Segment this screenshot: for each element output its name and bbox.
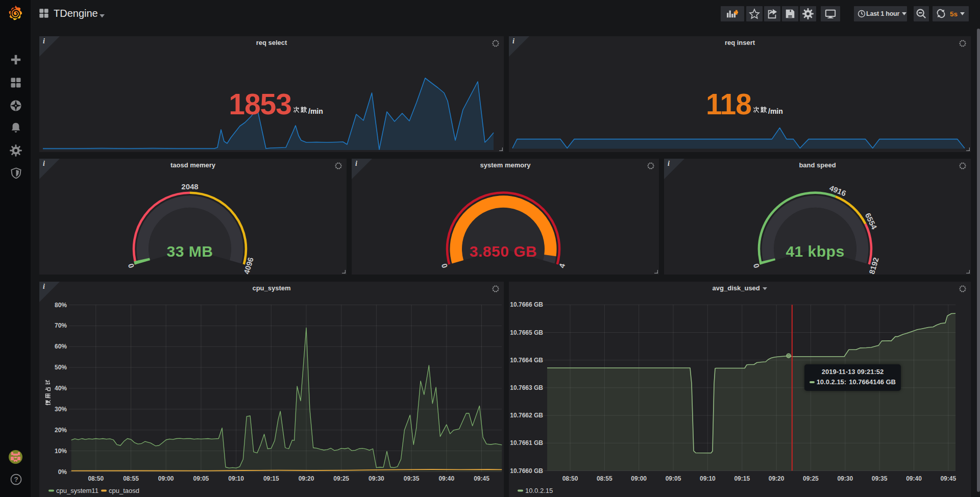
svg-text:20%: 20%: [55, 427, 67, 434]
svg-text:10.7663 GB: 10.7663 GB: [510, 384, 543, 391]
svg-text:10.7661 GB: 10.7661 GB: [510, 439, 543, 446]
svg-text:09:35: 09:35: [404, 475, 420, 482]
svg-text:09:15: 09:15: [734, 475, 750, 482]
svg-text:09:40: 09:40: [906, 475, 922, 482]
svg-text:08:50: 08:50: [88, 475, 104, 482]
svg-text:10%: 10%: [55, 448, 67, 455]
svg-text:?: ?: [14, 476, 18, 483]
svg-text:60%: 60%: [55, 343, 67, 350]
svg-text:09:15: 09:15: [263, 475, 279, 482]
svg-text:09:45: 09:45: [474, 475, 489, 482]
svg-text:09:05: 09:05: [193, 475, 209, 482]
svg-text:09:25: 09:25: [803, 475, 819, 482]
svg-text:09:35: 09:35: [872, 475, 888, 482]
svg-text:10.7662 GB: 10.7662 GB: [510, 412, 543, 419]
svg-text:40%: 40%: [55, 385, 67, 392]
svg-text:70%: 70%: [55, 322, 67, 329]
svg-text:80%: 80%: [55, 302, 67, 309]
svg-text:0: 0: [440, 262, 450, 269]
svg-text:08:55: 08:55: [597, 475, 612, 482]
svg-text:09:00: 09:00: [631, 475, 647, 482]
svg-text:50%: 50%: [55, 364, 67, 371]
svg-text:09:45: 09:45: [940, 475, 956, 482]
svg-text:09:10: 09:10: [228, 475, 244, 482]
svg-text:cpu_taosd: cpu_taosd: [109, 487, 139, 494]
svg-text:2048: 2048: [181, 182, 198, 191]
svg-text:08:55: 08:55: [123, 475, 139, 482]
svg-text:0: 0: [127, 262, 136, 269]
svg-text:6554: 6554: [864, 212, 879, 231]
svg-text:30%: 30%: [55, 406, 67, 413]
svg-text:10.7660 GB: 10.7660 GB: [510, 467, 543, 475]
svg-text:09:05: 09:05: [666, 475, 681, 482]
svg-text:09:30: 09:30: [837, 475, 853, 482]
svg-text:0: 0: [752, 262, 762, 269]
svg-text:09:00: 09:00: [158, 475, 174, 482]
svg-text:09:20: 09:20: [769, 475, 785, 482]
svg-text:10.0.2.15: 10.0.2.15: [525, 487, 553, 494]
svg-text:09:20: 09:20: [299, 475, 314, 482]
svg-text:10.7665 GB: 10.7665 GB: [510, 329, 543, 336]
svg-text:4: 4: [557, 262, 567, 269]
svg-text:09:10: 09:10: [700, 475, 716, 482]
svg-text:10.7666 GB: 10.7666 GB: [510, 301, 543, 308]
svg-text:08:50: 08:50: [562, 475, 578, 482]
svg-text:10.7664 GB: 10.7664 GB: [510, 357, 543, 364]
svg-text:09:25: 09:25: [333, 475, 349, 482]
svg-text:cpu_system11: cpu_system11: [56, 487, 99, 494]
svg-text:0%: 0%: [58, 468, 67, 476]
svg-text:09:40: 09:40: [438, 475, 454, 482]
svg-text:09:30: 09:30: [369, 475, 384, 482]
